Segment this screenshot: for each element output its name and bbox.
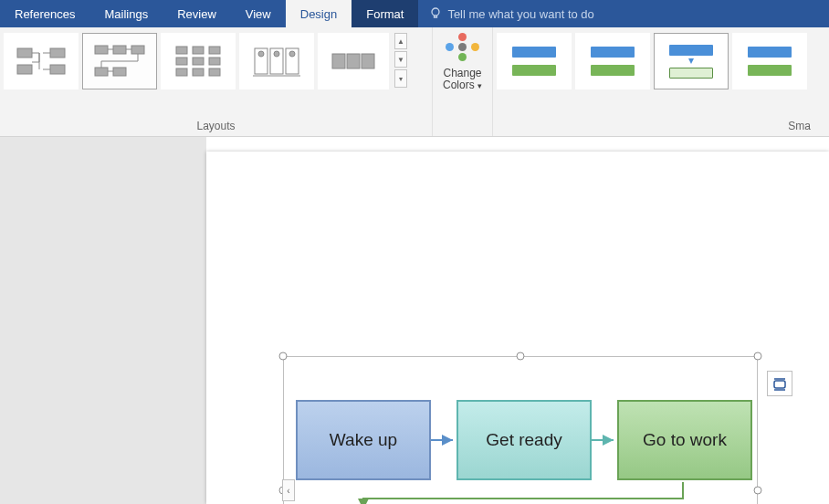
layout-options-icon xyxy=(771,375,788,392)
style-thumb-4[interactable] xyxy=(732,33,807,89)
svg-rect-4 xyxy=(50,65,65,74)
svg-rect-6 xyxy=(113,46,126,54)
style-thumb-2[interactable] xyxy=(575,33,650,89)
svg-rect-2 xyxy=(17,65,32,74)
svg-point-23 xyxy=(274,51,279,57)
smartart-styles-group: ▾ Sma xyxy=(493,27,814,136)
svg-rect-16 xyxy=(176,68,187,76)
svg-rect-11 xyxy=(193,47,204,54)
tab-design[interactable]: Design xyxy=(286,0,352,27)
layouts-group-label: Layouts xyxy=(4,120,428,136)
svg-rect-25 xyxy=(332,54,345,68)
svg-rect-8 xyxy=(95,68,108,76)
layouts-group: ▲ ▼ ▾ Layouts xyxy=(0,27,433,136)
change-colors-line2: Colors ▾ xyxy=(443,79,482,91)
smartart-styles-label: Sma xyxy=(788,120,814,132)
svg-rect-15 xyxy=(209,58,220,65)
svg-rect-7 xyxy=(131,46,144,54)
tab-mailings[interactable]: Mailings xyxy=(89,0,163,27)
tab-view[interactable]: View xyxy=(231,0,286,27)
lightbulb-icon xyxy=(429,7,442,20)
svg-rect-12 xyxy=(209,47,220,54)
svg-rect-10 xyxy=(176,47,187,54)
layout-thumb-5-icon xyxy=(327,41,380,81)
layout-thumb-3[interactable] xyxy=(161,33,236,89)
tab-format[interactable]: Format xyxy=(352,0,418,27)
layouts-gallery-down[interactable]: ▼ xyxy=(394,51,407,68)
change-colors-icon xyxy=(446,33,480,64)
layouts-gallery-spinner: ▲ ▼ ▾ xyxy=(394,33,409,89)
layouts-gallery-up[interactable]: ▲ xyxy=(394,33,407,49)
page-gutter xyxy=(0,137,206,504)
node-get-ready[interactable]: Get ready xyxy=(456,400,592,480)
style-thumb-3[interactable]: ▾ xyxy=(654,33,729,89)
svg-rect-9 xyxy=(113,68,126,76)
svg-rect-27 xyxy=(362,54,374,68)
svg-rect-5 xyxy=(95,46,108,54)
layouts-gallery-more[interactable]: ▾ xyxy=(394,69,407,88)
svg-rect-28 xyxy=(774,381,785,388)
tell-me-search[interactable]: Tell me what you want to do xyxy=(418,0,829,27)
node-go-to-work[interactable]: Go to work xyxy=(617,400,752,480)
resize-handle-nw[interactable] xyxy=(279,352,288,361)
chevron-down-icon: ▾ xyxy=(477,81,482,90)
layout-thumb-1-icon xyxy=(14,41,68,81)
change-colors-button[interactable]: Change Colors ▾ xyxy=(433,27,493,136)
node-wake-up[interactable]: Wake up xyxy=(296,400,431,480)
node-label: Wake up xyxy=(326,430,401,450)
layout-thumb-5[interactable] xyxy=(318,33,389,89)
svg-rect-13 xyxy=(176,58,187,65)
layout-thumb-1[interactable] xyxy=(4,33,79,89)
resize-handle-n[interactable] xyxy=(517,352,525,361)
chevron-left-icon: ‹ xyxy=(287,486,289,496)
text-pane-toggle[interactable]: ‹ xyxy=(282,479,295,501)
tab-review[interactable]: Review xyxy=(163,0,231,27)
layout-thumb-2-icon xyxy=(91,40,148,82)
ribbon-body: ▲ ▼ ▾ Layouts Change Colors ▾ xyxy=(0,27,829,137)
ribbon-tabs: References Mailings Review View Design F… xyxy=(0,0,829,27)
node-label: Go to work xyxy=(639,430,730,450)
layout-thumb-4-icon xyxy=(249,41,304,81)
tell-me-placeholder: Tell me what you want to do xyxy=(447,7,593,21)
svg-point-24 xyxy=(289,51,295,57)
svg-rect-18 xyxy=(209,68,220,76)
resize-handle-ne[interactable] xyxy=(754,352,762,361)
layout-thumb-3-icon xyxy=(171,41,226,81)
svg-rect-17 xyxy=(193,68,204,76)
svg-rect-14 xyxy=(193,58,204,65)
layout-options-button[interactable] xyxy=(767,371,792,396)
layout-thumb-4[interactable] xyxy=(239,33,314,89)
smartart-object[interactable]: ‹ Wake up Get ready Go to work Go to the… xyxy=(283,356,758,504)
tab-references[interactable]: References xyxy=(0,0,89,27)
style-thumb-1[interactable] xyxy=(497,33,572,89)
layouts-gallery: ▲ ▼ ▾ xyxy=(4,33,428,97)
arrow-down-icon: ▾ xyxy=(688,54,694,67)
svg-rect-1 xyxy=(17,48,32,58)
resize-handle-e[interactable] xyxy=(754,487,762,495)
svg-point-22 xyxy=(258,51,264,57)
layout-thumb-2[interactable] xyxy=(82,33,157,89)
document-workspace: ‹ Wake up Get ready Go to work Go to the… xyxy=(0,137,829,504)
svg-rect-26 xyxy=(347,54,360,68)
node-label: Get ready xyxy=(482,430,565,450)
svg-point-0 xyxy=(432,8,439,16)
svg-rect-3 xyxy=(50,48,65,58)
